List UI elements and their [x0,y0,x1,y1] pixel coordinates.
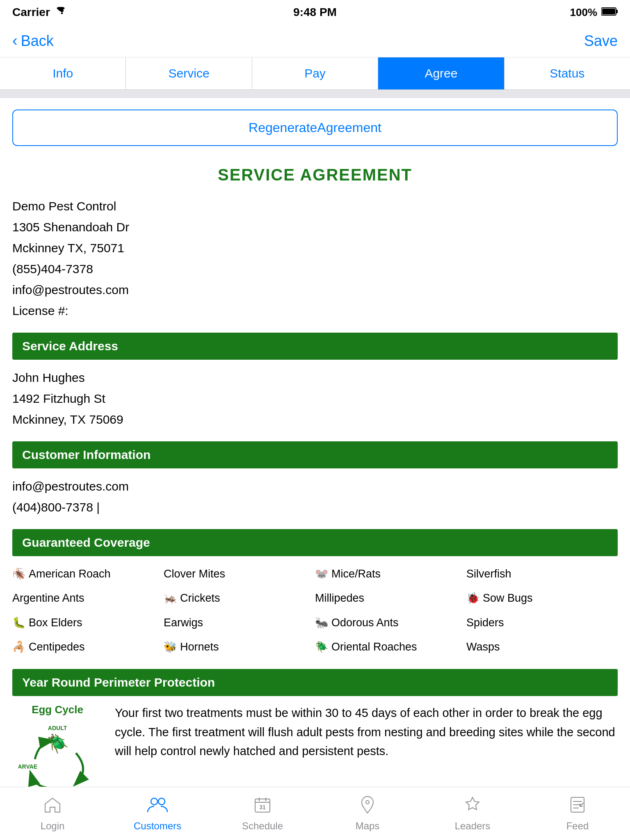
bug-icon: 🦂 [12,637,25,657]
svg-point-8 [158,798,165,805]
customers-icon [147,796,168,817]
coverage-header: Guaranteed Coverage [12,529,618,556]
bottom-nav-schedule[interactable]: 31 Schedule [210,787,315,840]
back-chevron-icon: ‹ [12,32,18,50]
customer-info-block: info@pestroutes.com (404)800-7378 | [12,476,618,518]
divider-bar [0,90,630,98]
main-content: RegenerateAgreement SERVICE AGREEMENT De… [0,90,630,822]
bottom-nav-maps-label: Maps [356,820,380,832]
carrier-label: Carrier [12,6,50,19]
coverage-item: 🪳American Roach [12,564,164,584]
tab-pay[interactable]: Pay [252,57,378,89]
bottom-nav-leaders[interactable]: Leaders [420,787,525,840]
bug-icon: 🪳 [12,564,25,584]
coverage-item: 🐭Mice/Rats [315,564,466,584]
battery-icon [601,6,618,19]
company-address1: 1305 Shenandoah Dr [12,217,618,237]
feed-icon [569,796,586,817]
coverage-item: Spiders [466,612,618,633]
bottom-nav-feed-label: Feed [566,820,589,832]
svg-text:ADULT: ADULT [48,725,67,731]
status-bar-left: Carrier [12,6,68,19]
bug-icon: 🐛 [12,613,25,633]
customer-email: info@pestroutes.com [12,476,618,497]
bug-icon: 🪲 [315,637,328,657]
status-bar-right: 100% [570,6,618,19]
bottom-nav-login-label: Login [41,820,65,832]
tabs: Info Service Pay Agree Status [0,57,630,90]
company-email: info@pestroutes.com [12,279,618,300]
coverage-item: Argentine Ants [12,588,164,609]
agreement-title: SERVICE AGREEMENT [12,166,618,184]
coverage-item: 🐝Hornets [164,637,315,657]
customer-info-header: Customer Information [12,441,618,468]
home-icon [43,796,62,817]
battery-label: 100% [570,6,598,19]
service-address-line1: 1492 Fitzhugh St [12,388,618,409]
svg-point-7 [151,798,158,805]
svg-text:🪲: 🪲 [46,733,69,754]
coverage-item: 🐛Box Elders [12,612,164,633]
svg-rect-1 [616,10,618,13]
coverage-item: 🦂Centipedes [12,637,164,657]
svg-text:LARVAE: LARVAE [18,763,37,770]
bottom-nav-feed[interactable]: Feed [525,787,630,840]
service-address-block: John Hughes 1492 Fitzhugh St Mckinney, T… [12,367,618,430]
bottom-nav-login[interactable]: Login [0,787,105,840]
bottom-nav-leaders-label: Leaders [455,820,491,832]
company-phone: (855)404-7378 [12,258,618,279]
bottom-nav-maps[interactable]: Maps [315,787,420,840]
bottom-nav-customers[interactable]: Customers [105,787,210,840]
save-button[interactable]: Save [584,32,618,50]
schedule-icon: 31 [253,796,272,817]
bottom-nav-schedule-label: Schedule [242,820,283,832]
bug-icon: 🐝 [164,637,177,657]
back-label: Back [21,32,54,50]
nav-bar: ‹ Back Save [0,25,630,57]
wifi-icon [56,6,68,19]
tab-service[interactable]: Service [126,57,252,89]
egg-cycle-title: Egg Cycle [12,703,103,716]
tab-info[interactable]: Info [0,57,126,89]
company-name: Demo Pest Control [12,196,618,217]
status-bar: Carrier 9:48 PM 100% [0,0,630,25]
regen-button-wrap: RegenerateAgreement [0,98,630,158]
leaders-icon [463,796,482,817]
company-info: Demo Pest Control 1305 Shenandoah Dr Mck… [12,196,618,321]
coverage-item: 🐜Odorous Ants [315,612,466,633]
bug-icon: 🐞 [466,588,479,608]
bug-icon: 🐜 [315,613,328,633]
svg-text:31: 31 [259,804,266,810]
back-button[interactable]: ‹ Back [12,32,54,50]
bottom-nav-customers-label: Customers [134,820,181,832]
customer-phone: (404)800-7378 | [12,497,618,518]
tab-status[interactable]: Status [504,57,630,89]
coverage-item: 🐞Sow Bugs [466,588,618,609]
coverage-item: Millipedes [315,588,466,609]
regenerate-agreement-button[interactable]: RegenerateAgreement [12,110,618,146]
coverage-grid: 🪳American Roach Clover Mites 🐭Mice/Rats … [12,564,618,657]
coverage-item: 🦗Crickets [164,588,315,609]
company-address2: Mckinney TX, 75071 [12,237,618,258]
coverage-item: Silverfish [466,564,618,584]
svg-rect-2 [602,9,615,14]
coverage-item: Wasps [466,637,618,657]
bottom-nav: Login Customers 31 Schedule Maps Leaders… [0,787,630,840]
coverage-item: 🪲Oriental Roaches [315,637,466,657]
company-license: License #: [12,300,618,321]
service-address-name: John Hughes [12,367,618,388]
status-bar-time: 9:48 PM [293,6,337,19]
year-round-header: Year Round Perimeter Protection [12,669,618,696]
maps-icon [359,796,376,817]
bug-icon: 🦗 [164,588,177,608]
service-address-header: Service Address [12,333,618,360]
tab-agree[interactable]: Agree [378,57,504,89]
coverage-item: Clover Mites [164,564,315,584]
bug-icon: 🐭 [315,564,328,584]
agreement-content: SERVICE AGREEMENT Demo Pest Control 1305… [0,158,630,822]
service-address-line2: Mckinney, TX 75069 [12,409,618,430]
coverage-item: Earwigs [164,612,315,633]
svg-point-11 [366,801,369,804]
